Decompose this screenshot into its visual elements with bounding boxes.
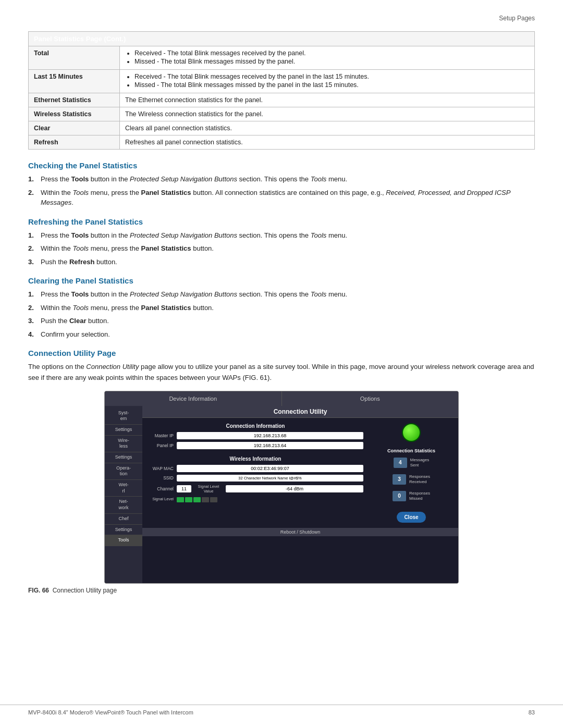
row-label-clear: Clear [29, 121, 120, 135]
list-item: 2. Within the Tools menu, press the Pane… [28, 188, 535, 208]
signal-bar-3 [193, 497, 201, 502]
row-label-last15: Last 15 Minutes [29, 70, 120, 93]
cu-panel-content: Connection Information Master IP 192.168… [142, 418, 458, 528]
list-item: 2. Within the Tools menu, press the Pane… [28, 243, 535, 254]
fig-text: Connection Utility page [53, 587, 117, 594]
table-row: Total Received - The total Blink message… [29, 46, 535, 70]
checking-heading: Checking the Panel Statistics [28, 161, 535, 170]
list-item: 3. Push the Refresh button. [28, 257, 535, 267]
signal-bars-row: Signal Level [148, 496, 363, 502]
signal-bar-4 [202, 497, 209, 502]
close-button[interactable]: Close [397, 512, 425, 523]
page-label: Setup Pages [499, 15, 535, 22]
stat-badge-messages-sent: 4 [394, 458, 407, 468]
ssid-row: SSID 32 Character Network Name l@#$% [148, 475, 363, 482]
stats-title: Connection Statistics [387, 448, 435, 453]
master-ip-value: 192.168.213.68 [177, 432, 363, 439]
step-number: 4. [28, 329, 34, 340]
sidebar-item-operation: Opera-tion [105, 463, 142, 480]
signal-bar-5 [210, 497, 217, 502]
refreshing-steps: 1. Press the Tools button in the Protect… [28, 230, 535, 267]
fig-number: FIG. 66 [28, 587, 49, 594]
bullet-item: Received - The total Blink messages rece… [134, 50, 529, 57]
sidebar-item-settings2: Settings [105, 452, 142, 463]
screenshot-main: Connection Utility Connection Informatio… [142, 406, 458, 583]
list-item: 1. Press the Tools button in the Protect… [28, 174, 535, 184]
step-number: 2. [28, 303, 34, 313]
tab-options: Options [282, 391, 459, 406]
list-item: 1. Press the Tools button in the Protect… [28, 230, 535, 241]
wap-mac-label: WAP MAC [148, 466, 174, 471]
connection-utility-intro: The options on the Connection Utility pa… [28, 362, 535, 384]
row-content-last15: Received - The total Blink messages rece… [120, 70, 535, 93]
sidebar-item-wetrl: Net-work [105, 497, 142, 513]
table-header: Panel Statistics Page (Cont.) [29, 32, 535, 46]
footer-left: MVP-8400i 8.4" Modero® ViewPoint® Touch … [28, 709, 193, 715]
signal-bar-1 [177, 497, 184, 502]
channel-label: Channel [148, 486, 174, 491]
step-number: 2. [28, 243, 34, 254]
table-row: Wireless Statistics The Wireless connect… [29, 107, 535, 121]
sidebar-item-system: Syst-em [105, 408, 142, 425]
channel-value: 11 [177, 485, 191, 492]
wap-mac-value: 00:02:E3:46:99:07 [177, 465, 363, 472]
stat-label-responses-missed: ResponsesMissed [409, 491, 430, 501]
fig-caption: FIG. 66 Connection Utility page [28, 587, 535, 594]
ssid-value: 32 Character Network Name l@#$% [177, 475, 363, 482]
clearing-heading: Clearing the Panel Statistics [28, 276, 535, 285]
reboot-shutdown-bar: Reboot / Shutdown [142, 528, 458, 536]
clearing-steps: 1. Press the Tools button in the Protect… [28, 289, 535, 339]
sidebar-item-chef: Chef [105, 514, 142, 525]
signal-level-value: -64 dBm [226, 485, 363, 492]
step-number: 3. [28, 257, 34, 267]
cu-right-panel: Connection Statistics 4 MessagesSent 3 R… [370, 423, 453, 523]
table-row: Refresh Refreshes all panel connection s… [29, 135, 535, 150]
table-row: Clear Clears all panel connection statis… [29, 121, 535, 135]
stat-badge-responses-received: 3 [393, 474, 406, 485]
panel-ip-label: Panel IP [148, 443, 174, 448]
list-item: 2. Within the Tools menu, press the Pane… [28, 303, 535, 313]
sidebar-item-tools: Tools [105, 535, 142, 546]
row-label-ethernet: Ethernet Statistics [29, 93, 120, 107]
footer-right: 83 [529, 709, 535, 715]
stat-row-messages-sent: 4 MessagesSent [394, 458, 429, 468]
list-item: 3. Push the Clear button. [28, 316, 535, 326]
bullet-item: Missed - The total Blink messages missed… [134, 58, 529, 65]
stat-badge-responses-missed: 0 [393, 491, 406, 501]
tab-device-information: Device Information [105, 391, 282, 406]
step-number: 1. [28, 230, 34, 241]
screenshot-sidebar: Syst-em Settings Wire-less Settings Oper… [105, 406, 142, 583]
checking-steps: 1. Press the Tools button in the Protect… [28, 174, 535, 208]
panel-ip-row: Panel IP 192.168.213.64 [148, 442, 363, 449]
connection-utility-screenshot: Device Information Options Syst-em Setti… [104, 391, 459, 584]
bullet-item: Received - The total Blink messages rece… [134, 73, 529, 80]
refreshing-heading: Refreshing the Panel Statistics [28, 217, 535, 226]
row-content-wireless: The Wireless connection statistics for t… [120, 107, 535, 121]
master-ip-row: Master IP 192.168.213.68 [148, 432, 363, 439]
row-content-total: Received - The total Blink messages rece… [120, 46, 535, 70]
wap-mac-row: WAP MAC 00:02:E3:46:99:07 [148, 465, 363, 472]
sidebar-item-wireless: Wire-less [105, 436, 142, 452]
cu-left-panel: Connection Information Master IP 192.168… [148, 423, 363, 523]
cu-title-bar: Connection Utility [142, 406, 458, 418]
connection-utility-heading: Connection Utility Page [28, 349, 535, 357]
page-footer: MVP-8400i 8.4" Modero® ViewPoint® Touch … [0, 705, 563, 715]
step-number: 3. [28, 316, 34, 326]
stat-row-responses-missed: 0 ResponsesMissed [393, 491, 430, 501]
master-ip-label: Master IP [148, 433, 174, 438]
row-label-refresh: Refresh [29, 135, 120, 150]
row-content-ethernet: The Ethernet connection statistics for t… [120, 93, 535, 107]
signal-level-row-label: Signal Level [148, 497, 174, 501]
sidebar-item-settings3: Settings [105, 525, 142, 536]
stat-label-messages-sent: MessagesSent [410, 458, 429, 467]
signal-level-label: Signal Level Value [194, 484, 223, 493]
step-number: 1. [28, 174, 34, 184]
wireless-info-title: Wireless Information [148, 456, 363, 462]
screenshot-body: Syst-em Settings Wire-less Settings Oper… [105, 406, 458, 583]
stat-row-responses-received: 3 ResponsesReceived [393, 474, 430, 485]
screenshot-tab-bar: Device Information Options [105, 391, 458, 406]
list-item: 1. Press the Tools button in the Protect… [28, 289, 535, 300]
bullet-item: Missed - The total Blink messages missed… [134, 81, 529, 89]
list-item: 4. Confirm your selection. [28, 329, 535, 340]
row-content-clear: Clears all panel connection statistics. [120, 121, 535, 135]
